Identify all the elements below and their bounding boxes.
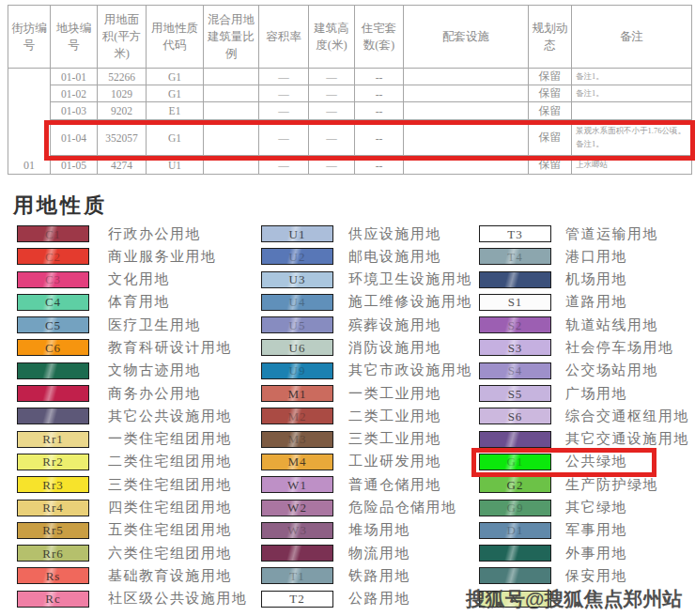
legend-label: 邮电设施用地	[348, 248, 441, 266]
plot-table: 街坊编号地块编号用地面积(平方米)用地性质代码混合用地建筑量比例容积率建筑高度(…	[8, 5, 692, 175]
legend-code: G1	[507, 455, 524, 468]
column-header: 地块编号	[51, 6, 98, 69]
cell-remark	[572, 102, 692, 120]
legend-label: 二类工业用地	[348, 408, 441, 425]
legend-label: 外事用地	[565, 545, 627, 562]
legend-item: W1普通仓储用地	[261, 476, 472, 493]
legend-swatch: Rr1	[17, 431, 89, 448]
legend-label: 教育科研设计用地	[108, 339, 232, 357]
legend-code: U6	[289, 342, 306, 354]
legend-label: 五类住宅组团用地	[108, 521, 232, 539]
legend-code: C1	[45, 228, 61, 240]
legend-item: Rr5五类住宅组团用地	[17, 522, 248, 539]
watermark: 搜狐号@搜狐焦点郑州站	[466, 586, 682, 612]
legend-item: T4港口用地	[479, 248, 689, 265]
legend-item: G1公共绿地	[479, 454, 689, 470]
legend-label: 工业研发用地	[348, 453, 441, 470]
legend-label: 普通仓储用地	[348, 476, 441, 494]
cell-mix-ratio	[204, 120, 259, 156]
cell-area: 9202	[98, 102, 147, 120]
legend-swatch: C2	[17, 248, 89, 265]
legend-item: D1军事用地	[479, 522, 689, 539]
legend-code: U4	[289, 296, 306, 308]
legend-swatch: Rr4	[17, 500, 89, 516]
legend-code: W1	[287, 479, 307, 491]
legend-item: Rr6六类住宅组团用地	[17, 545, 248, 562]
legend-swatch: U4	[261, 294, 333, 311]
remark-line: 备注1。	[576, 70, 689, 83]
legend-swatch: G1	[479, 454, 551, 470]
legend-label: 铁路用地	[348, 567, 410, 585]
legend-item: U5殡葬设施用地	[261, 316, 472, 333]
legend-item: S3社会停车场用地	[479, 339, 689, 356]
legend-code: T1	[289, 570, 304, 582]
plan-table: 街坊编号地块编号用地面积(平方米)用地性质代码混合用地建筑量比例容积率建筑高度(…	[8, 5, 692, 175]
legend-code: Rr5	[42, 524, 64, 536]
legend-label: 文化用地	[108, 270, 170, 288]
column-header: 用地性质代码	[147, 6, 204, 69]
legend-item: Rr1一类住宅组团用地	[17, 431, 248, 448]
cell-use-code: U1	[147, 156, 204, 175]
legend-swatch: S1	[479, 294, 551, 311]
legend-swatch: T1	[261, 567, 333, 584]
legend-swatch: U1	[261, 225, 333, 242]
legend-item: M4工业研发用地	[261, 454, 472, 470]
table-row: 01-04352057G1——--保留景观水系面积不小于1.76公顷。备注1。	[8, 120, 692, 156]
column-header: 容积率	[259, 6, 309, 69]
legend-label: 军事用地	[565, 521, 627, 539]
legend-swatch: C5	[17, 316, 89, 333]
legend-swatch: T2	[261, 591, 333, 608]
cell-area: 1029	[98, 85, 147, 102]
legend-swatch: W2	[261, 500, 333, 516]
cell-planning-status: 保留	[529, 69, 572, 85]
legend-item: 文物古迹用地	[17, 362, 248, 379]
legend-swatch: U9	[261, 362, 333, 379]
legend-swatch: U5	[261, 316, 333, 333]
legend-code: Rr6	[42, 547, 64, 560]
legend-column-3: T3管道运输用地T4港口用地机场用地S1道路用地S2轨道站线用地S3社会停车场用…	[479, 225, 689, 613]
column-header: 规划动态	[529, 6, 572, 69]
legend-label: 堆场用地	[348, 521, 410, 539]
legend-item: U6消防设施用地	[261, 339, 472, 356]
legend-item: M3三类工业用地	[261, 431, 472, 448]
column-header: 混合用地建筑量比例	[204, 6, 259, 69]
legend-swatch: C6	[17, 339, 89, 356]
cell-use-code: G1	[147, 69, 204, 85]
legend-swatch: S3	[479, 339, 551, 356]
legend-swatch: U3	[261, 271, 333, 288]
legend-swatch: C1	[17, 225, 89, 242]
cell-housing-units: --	[355, 102, 404, 120]
legend-label: 其它市政设施用地	[348, 362, 472, 379]
legend-code: Rr3	[42, 479, 64, 491]
remark-line: 上水唧站	[576, 159, 689, 171]
legend-item: W3堆场用地	[261, 522, 472, 539]
legend-swatch: Rr2	[17, 454, 89, 470]
legend-item: C6教育科研设计用地	[17, 339, 248, 356]
legend-code: T2	[289, 593, 304, 605]
cell-planning-status: 保留	[529, 102, 572, 120]
legend-swatch: M1	[261, 385, 333, 402]
legend-item: G9其它绿地	[479, 500, 689, 516]
legend-swatch	[479, 431, 551, 448]
legend-code: S2	[508, 319, 523, 331]
cell-remark: 上水唧站	[572, 156, 692, 175]
legend-item: C1行政办公用地	[17, 225, 248, 242]
cell-mix-ratio	[204, 156, 259, 175]
table-row: 0101-0152266G1——--保留备注1。	[8, 69, 692, 85]
column-header: 配套设施	[404, 6, 529, 69]
cell-remark: 备注1。	[572, 85, 692, 102]
legend-label: 供应设施用地	[348, 225, 441, 243]
legend-code: T3	[507, 228, 522, 240]
legend-swatch: G2	[479, 476, 551, 493]
legend-swatch	[479, 271, 551, 288]
page: 街坊编号地块编号用地面积(平方米)用地性质代码混合用地建筑量比例容积率建筑高度(…	[0, 0, 695, 616]
cell-facilities	[404, 120, 529, 156]
cell-plot-no: 01-05	[51, 156, 98, 175]
legend-swatch	[479, 545, 551, 562]
cell-housing-units: --	[355, 156, 404, 175]
legend-swatch: G9	[479, 500, 551, 516]
legend-item: Rr3三类住宅组团用地	[17, 476, 248, 493]
legend-label: 商业服务业用地	[108, 248, 217, 266]
legend-label: 管道运输用地	[565, 225, 658, 243]
legend-item: S4公交场站用地	[479, 362, 689, 379]
